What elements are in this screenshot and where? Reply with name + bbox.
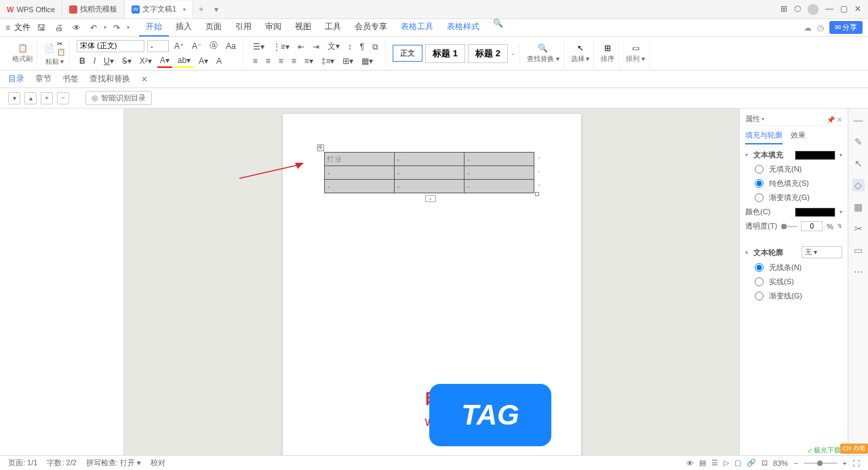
border-icon[interactable]: ⊞▾ bbox=[340, 55, 356, 67]
show-marks-icon[interactable]: ¶ bbox=[357, 41, 367, 53]
tab-view[interactable]: 视图 bbox=[288, 18, 318, 37]
bullets-icon[interactable]: ☰▾ bbox=[250, 41, 267, 53]
style-heading2[interactable]: 标题 2 bbox=[468, 44, 508, 63]
tab-page[interactable]: 页面 bbox=[199, 18, 229, 37]
table-cell[interactable]: ₊₊ bbox=[464, 166, 534, 180]
rail-pen-icon[interactable]: ✎ bbox=[852, 136, 865, 148]
minimize-icon[interactable]: — bbox=[825, 4, 833, 15]
user-avatar[interactable] bbox=[808, 4, 818, 15]
gradient-line-radio[interactable] bbox=[755, 292, 764, 300]
zoom-fit-icon[interactable]: ⊡ bbox=[762, 458, 768, 467]
transparency-input[interactable] bbox=[801, 221, 823, 231]
undo-icon[interactable]: ↶ bbox=[87, 22, 100, 34]
tab-tools[interactable]: 工具 bbox=[318, 18, 348, 37]
view-page-icon[interactable]: ▤ bbox=[699, 458, 706, 467]
outline-add-icon[interactable]: + bbox=[41, 92, 53, 104]
wps-home-tab[interactable]: W WPS Office bbox=[0, 1, 62, 18]
save-icon[interactable]: 🖫 bbox=[35, 22, 48, 34]
collapse-icon[interactable]: ▾ bbox=[745, 250, 748, 256]
view-web-icon[interactable]: ▷ bbox=[724, 458, 729, 467]
font-size-select[interactable] bbox=[147, 40, 169, 52]
justify-icon[interactable]: ≡ bbox=[289, 55, 299, 67]
solid-line-radio[interactable] bbox=[755, 277, 764, 286]
tab-fill-outline[interactable]: 填充与轮廓 bbox=[745, 130, 783, 144]
zoom-slider[interactable] bbox=[804, 463, 837, 464]
bold-icon[interactable]: B bbox=[77, 55, 88, 67]
tab-table-style[interactable]: 表格样式 bbox=[440, 18, 486, 37]
sort-icon[interactable]: ↕ bbox=[345, 41, 355, 53]
file-menu[interactable]: 文件 bbox=[14, 22, 31, 33]
style-heading1[interactable]: 标题 1 bbox=[425, 44, 465, 63]
table-cell[interactable]: ₊ bbox=[394, 166, 464, 180]
view-eye-icon[interactable]: 👁 bbox=[686, 459, 694, 467]
table-resize-handle[interactable] bbox=[535, 192, 539, 196]
outline-select[interactable]: 无 ▾ bbox=[802, 246, 842, 258]
cube-icon[interactable]: ⬡ bbox=[794, 4, 801, 15]
cloud-sync-icon[interactable]: ☁ bbox=[804, 23, 812, 33]
line-spacing-icon[interactable]: ‡≡▾ bbox=[319, 55, 338, 67]
fill-color-swatch[interactable] bbox=[795, 151, 835, 160]
search-icon[interactable]: 🔍 bbox=[493, 18, 503, 37]
tab-menu-button[interactable]: ▾ bbox=[209, 5, 224, 14]
decrease-font-icon[interactable]: A⁻ bbox=[189, 40, 204, 52]
status-spellcheck[interactable]: 拼写检查: 打开 ▾ bbox=[86, 458, 141, 468]
window-list-icon[interactable]: ⊞ bbox=[781, 4, 787, 15]
no-fill-radio[interactable] bbox=[755, 165, 764, 174]
nav-bookmark[interactable]: 书签 bbox=[62, 73, 79, 85]
table-cell[interactable]: ₊ bbox=[324, 166, 394, 180]
maximize-icon[interactable]: ▢ bbox=[840, 4, 848, 15]
table-cell[interactable]: ₊ bbox=[394, 180, 464, 193]
close-panel-icon[interactable]: ✕ bbox=[837, 116, 842, 123]
tab-review[interactable]: 审阅 bbox=[258, 18, 288, 37]
status-words[interactable]: 字数: 2/2 bbox=[47, 458, 76, 468]
status-proof[interactable]: 校对 bbox=[151, 458, 165, 468]
distribute-icon[interactable]: ≡▾ bbox=[302, 55, 316, 67]
outline-up-icon[interactable]: ▴ bbox=[24, 92, 37, 104]
increase-indent-icon[interactable]: ⇥ bbox=[310, 41, 322, 53]
table-cell[interactable]: ₊₊ bbox=[464, 180, 534, 193]
superscript-icon[interactable]: X²▾ bbox=[137, 55, 155, 67]
tab-reference[interactable]: 引用 bbox=[229, 18, 258, 37]
status-page[interactable]: 页面: 1/1 bbox=[8, 458, 37, 468]
preview-icon[interactable]: 👁 bbox=[70, 22, 83, 34]
new-tab-button[interactable]: + bbox=[193, 5, 209, 14]
table-cell[interactable]: 打 业 bbox=[324, 153, 394, 166]
view-link-icon[interactable]: 🔗 bbox=[747, 458, 756, 467]
underline-icon[interactable]: U▾ bbox=[101, 55, 117, 67]
change-case-icon[interactable]: Aa bbox=[223, 40, 239, 52]
char-border-icon[interactable]: A bbox=[214, 55, 224, 67]
align-left-icon[interactable]: ≡ bbox=[250, 55, 260, 67]
solid-fill-radio[interactable] bbox=[755, 179, 764, 188]
pin-icon[interactable]: 📌 bbox=[827, 116, 835, 123]
rail-select-icon[interactable]: ↖ bbox=[852, 157, 865, 170]
cut-icon[interactable]: ✂ bbox=[57, 40, 65, 47]
transparency-slider[interactable] bbox=[781, 226, 797, 227]
rail-shape-icon[interactable]: ◇ bbox=[852, 179, 865, 191]
para-settings-icon[interactable]: ⧉ bbox=[370, 41, 381, 53]
no-line-radio[interactable] bbox=[755, 263, 764, 272]
outline-down-icon[interactable]: ▾ bbox=[8, 92, 20, 104]
decrease-indent-icon[interactable]: ⇤ bbox=[295, 41, 307, 53]
share-button[interactable]: ✉分享 bbox=[829, 21, 863, 34]
table-cell[interactable]: ₊₊ bbox=[464, 153, 534, 166]
redo-icon[interactable]: ↷ bbox=[111, 22, 123, 34]
smart-toc-button[interactable]: ◎ 智能识别目录 bbox=[85, 91, 152, 105]
nav-close-icon[interactable]: ✕ bbox=[141, 75, 148, 84]
select-icon[interactable]: ↖ bbox=[577, 43, 584, 53]
notification-icon[interactable]: ◷ bbox=[817, 23, 824, 33]
rail-layout-icon[interactable]: ▭ bbox=[852, 244, 865, 256]
rail-collapse-icon[interactable]: — bbox=[852, 114, 865, 126]
para-shading-icon[interactable]: ▦▾ bbox=[359, 55, 376, 67]
table-move-handle[interactable]: ✥ bbox=[317, 144, 324, 151]
document-canvas[interactable]: ✥ 打 业 ₊ ₊₊ ₊ ₊ ₊₊ ₊ ₊ ₊₊ + bbox=[124, 109, 739, 470]
table-add-row-button[interactable]: + bbox=[425, 195, 436, 202]
numbering-icon[interactable]: ⋮≡▾ bbox=[270, 41, 292, 53]
color-picker[interactable] bbox=[795, 208, 835, 217]
align-right-icon[interactable]: ≡ bbox=[276, 55, 286, 67]
template-tab[interactable]: 找稻壳模板 bbox=[62, 1, 125, 18]
nav-find[interactable]: 查找和替换 bbox=[90, 73, 130, 85]
clear-format-icon[interactable]: ⓐ bbox=[207, 39, 220, 53]
hamburger-icon[interactable]: ≡ bbox=[5, 23, 10, 33]
zoom-in-icon[interactable]: + bbox=[843, 459, 847, 467]
table-cell[interactable]: ₊ bbox=[324, 180, 394, 193]
